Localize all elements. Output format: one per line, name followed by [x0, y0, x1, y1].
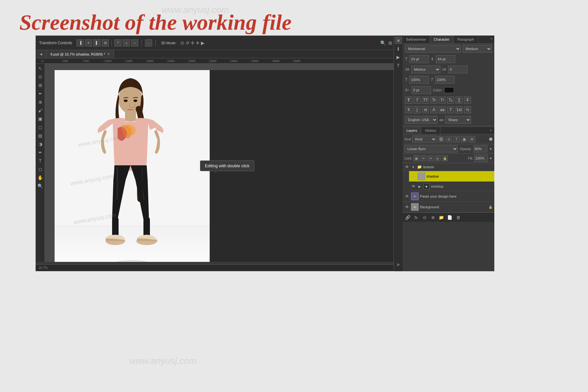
opacity-input[interactable]: [474, 145, 487, 152]
tool-crop[interactable]: ⊞: [37, 82, 44, 89]
align-center-h-btn[interactable]: ≡: [85, 39, 92, 46]
kerning-select[interactable]: Metrics: [411, 66, 440, 73]
layers-tab-history[interactable]: History: [421, 127, 440, 134]
tracking-input[interactable]: [448, 66, 467, 73]
filter-text-icon[interactable]: T: [453, 136, 460, 142]
align-center-v-btn[interactable]: ⊟: [102, 39, 109, 46]
fill-input[interactable]: [474, 155, 488, 162]
delete-layer-btn[interactable]: 🗑: [455, 214, 461, 221]
blend-mode-select[interactable]: Linear Burn: [404, 145, 458, 152]
scale-h-input[interactable]: [409, 76, 429, 84]
layers-tab-layers[interactable]: Layers: [403, 127, 421, 134]
color-swatch[interactable]: [444, 87, 454, 93]
align-right-btn[interactable]: ▌: [93, 39, 100, 46]
layer-eye-shadow[interactable]: 👁: [411, 174, 416, 179]
opacity-arrow[interactable]: ▼: [489, 147, 492, 151]
panel-collapse-icon[interactable]: »: [488, 36, 494, 43]
3d-orbit-icon[interactable]: ↺: [185, 40, 189, 46]
new-adjustment-btn[interactable]: ⊕: [430, 214, 436, 221]
style-strike-btn[interactable]: T: [464, 97, 471, 104]
layer-expand-texture[interactable]: ▼: [411, 165, 415, 169]
more-options-btn[interactable]: ...: [145, 39, 152, 46]
aa-btn[interactable]: aa: [439, 106, 446, 113]
distribute-center-btn[interactable]: ⊥: [123, 39, 130, 46]
tool-pen[interactable]: ✒: [37, 149, 44, 156]
tab-character[interactable]: Character: [430, 36, 454, 43]
layer-item-mockup[interactable]: 👁 ▶ ■ mockup: [409, 182, 494, 191]
filter-pixel-icon[interactable]: 🖼: [438, 136, 444, 142]
link-layers-btn[interactable]: 🔗: [404, 214, 411, 221]
style-under-btn[interactable]: T: [456, 97, 463, 104]
style-italic-btn[interactable]: T: [414, 97, 421, 104]
layout-icon[interactable]: ⊞: [388, 40, 392, 46]
layer-item-background[interactable]: 👁 B Background 🔒: [403, 202, 494, 212]
new-group-btn[interactable]: 📁: [438, 214, 445, 221]
lock-pixels-btn[interactable]: ✏: [421, 155, 426, 161]
language-select[interactable]: English: USA: [405, 116, 437, 124]
tool-lasso[interactable]: ⊙: [37, 73, 44, 80]
filter-smart-icon[interactable]: ⚙: [469, 136, 475, 142]
tab-prev[interactable]: ◀: [36, 50, 47, 58]
search-icon[interactable]: 🔍: [380, 40, 386, 46]
3d-rotate-icon[interactable]: ⊙: [180, 40, 184, 46]
styleset-btn[interactable]: st: [422, 106, 429, 113]
fx-btn[interactable]: fx: [413, 214, 419, 221]
tab-paragraph[interactable]: Paragraph: [454, 36, 478, 43]
distribute-top-btn[interactable]: ⊤: [114, 39, 121, 46]
antialiasing-select[interactable]: Sharp: [445, 116, 471, 124]
frac-btn[interactable]: T: [447, 106, 454, 113]
baseline-input[interactable]: [412, 86, 431, 94]
leading-input[interactable]: [436, 55, 455, 63]
style-sub-btn[interactable]: T₂: [447, 97, 454, 104]
style-caps-btn[interactable]: TT: [422, 97, 429, 104]
ordinal-btn[interactable]: 1st: [456, 106, 463, 113]
layer-expand-mockup[interactable]: ▶: [417, 184, 422, 189]
layer-item-texture[interactable]: 👁 ▼ 📁 texture: [403, 163, 494, 171]
tool-gradient[interactable]: ▤: [37, 132, 44, 139]
align-left-btn[interactable]: ▐: [77, 39, 84, 46]
scale-v-input[interactable]: [435, 76, 455, 84]
panel-side-icon-3[interactable]: ▶: [395, 54, 402, 61]
style-bold-btn[interactable]: T: [405, 97, 412, 104]
lock-artboards-btn[interactable]: ◎: [435, 155, 441, 161]
layer-eye-paste[interactable]: 👁: [404, 194, 410, 199]
tool-zoom[interactable]: 🔍: [37, 182, 44, 190]
tool-dodge[interactable]: ◑: [37, 140, 44, 148]
3d-camera-icon[interactable]: ▶: [201, 40, 205, 46]
tool-shape[interactable]: ◻: [37, 166, 44, 173]
tab-main[interactable]: 9.psd @ 16,7% (shadow, RGB/8) * ✕: [47, 50, 114, 58]
ligature-btn[interactable]: fi: [405, 106, 412, 113]
lock-transparency-btn[interactable]: ▣: [414, 155, 419, 161]
add-mask-btn[interactable]: ⊙: [421, 214, 428, 221]
distribute-bottom-btn[interactable]: ↔: [131, 39, 138, 46]
allcaps2-btn[interactable]: A: [430, 106, 437, 113]
panel-expand-btn[interactable]: »: [395, 261, 402, 268]
tab-libraries[interactable]: Библиотеки: [403, 36, 430, 43]
font-size-input[interactable]: [409, 55, 429, 63]
3d-move-icon[interactable]: ✈: [196, 40, 200, 46]
style-super-btn[interactable]: T²: [439, 97, 446, 104]
tool-text[interactable]: T: [37, 157, 44, 164]
oldstyle-btn[interactable]: ∫: [414, 106, 421, 113]
fraction-btn[interactable]: ½: [464, 106, 471, 113]
lock-position-btn[interactable]: ✛: [428, 155, 434, 161]
style-smallcaps-btn[interactable]: Tr: [430, 97, 437, 104]
filter-shape-icon[interactable]: ▣: [461, 136, 467, 142]
lock-all-btn[interactable]: 🔒: [442, 155, 448, 161]
fill-arrow[interactable]: ▼: [489, 157, 492, 160]
layers-panel-expand[interactable]: »: [487, 127, 494, 134]
layer-eye-mockup[interactable]: 👁: [411, 184, 416, 189]
tool-eyedropper[interactable]: ✒: [37, 90, 44, 97]
panel-side-icon-2[interactable]: ℹ: [395, 45, 402, 52]
layer-item-paste[interactable]: 👁 P Paste your design here: [403, 191, 494, 202]
layer-eye-background[interactable]: 👁: [404, 204, 410, 210]
filter-type-select[interactable]: Kind: [412, 136, 436, 143]
tool-heal[interactable]: ⊕: [37, 98, 44, 106]
layer-item-shadow[interactable]: 👁 shadow: [409, 171, 494, 182]
tool-move[interactable]: ↖: [37, 65, 44, 72]
panel-side-icon-4[interactable]: T: [395, 62, 402, 69]
panel-side-icon-1[interactable]: ⊞: [395, 37, 402, 44]
font-weight-select[interactable]: Medium: [463, 45, 492, 53]
tool-hand[interactable]: ✋: [37, 174, 44, 181]
layer-eye-texture[interactable]: 👁: [404, 164, 410, 170]
